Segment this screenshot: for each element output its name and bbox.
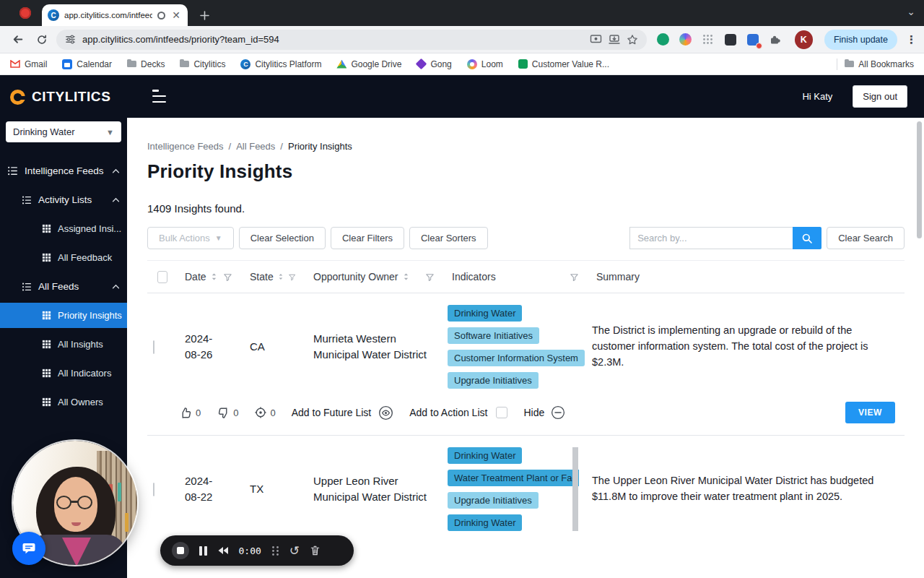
signout-button[interactable]: Sign out (853, 85, 907, 108)
row-checkbox[interactable] (153, 483, 154, 496)
filter-funnel-icon[interactable] (570, 272, 579, 282)
column-header-date[interactable]: Date (180, 271, 245, 282)
target-icon (254, 406, 267, 419)
profile-avatar[interactable]: K (795, 30, 813, 49)
gong-icon (416, 59, 427, 70)
sort-icon[interactable] (211, 272, 217, 281)
search-input[interactable] (629, 227, 793, 249)
sidebar-item-activity-lists[interactable]: Activity Lists (0, 187, 127, 212)
sidebar-item-all-insights[interactable]: All Insights (0, 332, 127, 357)
chrome-menu-kebab-icon[interactable]: ⋮ (906, 33, 917, 46)
table-toolbar: Bulk Actions ▼ Clear Selection Clear Fil… (147, 227, 905, 249)
bookmark-loom[interactable]: Loom (467, 59, 503, 69)
sidebar-item-all-owners[interactable]: All Owners (0, 389, 127, 415)
table-icon (42, 311, 51, 320)
all-bookmarks-button[interactable]: All Bookmarks (845, 59, 914, 69)
recording-timer: 0:00 (239, 545, 261, 556)
sort-icon[interactable] (403, 272, 409, 281)
reload-button[interactable] (32, 30, 52, 50)
bookmark-customer-value[interactable]: Customer Value R... (518, 59, 609, 69)
browser-tab[interactable]: C app.citylitics.com/intfeed... ✕ (42, 4, 188, 26)
upvote-control[interactable]: 0 (179, 406, 201, 420)
finish-update-button[interactable]: Finish update (824, 30, 897, 50)
bookmark-decks-folder[interactable]: Decks (127, 59, 165, 69)
site-settings-icon[interactable] (65, 34, 76, 45)
grid-extension-icon[interactable] (700, 32, 716, 48)
bookmark-citylitics-platform[interactable]: C Citylitics Platform (240, 59, 321, 69)
column-header-summary: Summary (592, 271, 905, 282)
list-icon (22, 282, 32, 292)
new-tab-button[interactable] (199, 10, 210, 21)
sidebar-item-all-feeds[interactable]: All Feeds (0, 274, 127, 299)
back-button[interactable] (7, 30, 27, 50)
sidebar-item-priority-insights[interactable]: Priority Insights (0, 303, 127, 328)
screen-capture-icon[interactable] (590, 34, 602, 45)
page-scrollbar[interactable] (917, 121, 922, 238)
column-header-owner[interactable]: Opportunity Owner (309, 271, 448, 282)
eye-icon (378, 405, 393, 420)
select-all-checkbox[interactable] (157, 271, 167, 283)
grammarly-extension-icon[interactable] (655, 32, 671, 48)
clear-sorters-button[interactable]: Clear Sorters (409, 227, 488, 249)
breadcrumb-all-feeds[interactable]: All Feeds (236, 141, 275, 152)
filter-funnel-icon[interactable] (288, 272, 296, 282)
indicators-scrollbar[interactable] (572, 447, 578, 531)
bookmark-citylitics-folder[interactable]: Citylitics (180, 59, 225, 69)
location-control[interactable]: 0 (254, 406, 275, 419)
breadcrumb-intelligence-feeds[interactable]: Intelligence Feeds (147, 141, 224, 152)
hide-control[interactable]: Hide (523, 405, 565, 420)
bulk-actions-button[interactable]: Bulk Actions ▼ (147, 227, 234, 249)
drag-handle-icon[interactable] (271, 545, 279, 556)
rewind-icon[interactable] (217, 546, 229, 555)
bookmark-gong[interactable]: Gong (417, 59, 451, 69)
filter-funnel-icon[interactable] (425, 272, 435, 282)
row-checkbox[interactable] (153, 340, 154, 354)
extension-badge (756, 43, 762, 49)
app-logo[interactable]: CITYLITICS (0, 75, 127, 115)
citylitics-logo-icon (10, 90, 25, 105)
badged-extension-icon[interactable] (745, 32, 761, 48)
sidebar-item-all-indicators[interactable]: All Indicators (0, 361, 127, 386)
bookmark-google-drive[interactable]: Google Drive (336, 59, 401, 69)
upvote-count: 0 (196, 407, 201, 418)
action-list-checkbox[interactable] (496, 407, 507, 418)
address-bar[interactable]: app.citylitics.com/intfeeds/priority?tea… (56, 30, 647, 50)
extensions-puzzle-icon[interactable] (767, 32, 783, 48)
dark-extension-icon[interactable] (723, 32, 738, 48)
app-root: Hi Katy Sign out CITYLITICS Drinking Wat… (0, 75, 924, 578)
column-header-state[interactable]: State (245, 271, 309, 282)
feed-context-select[interactable]: Drinking Water ▼ (6, 121, 121, 142)
tab-close-icon[interactable]: ✕ (170, 10, 182, 20)
tab-search-chevron-icon[interactable]: ⌄ (907, 6, 915, 17)
stop-recording-button[interactable] (172, 542, 189, 559)
table-icon (42, 368, 51, 378)
sidebar-item-all-feedback[interactable]: All Feedback (0, 245, 127, 270)
restart-recording-icon[interactable]: ↺ (289, 545, 300, 557)
clear-search-button[interactable]: Clear Search (827, 227, 905, 249)
menu-toggle-button[interactable] (152, 90, 167, 103)
view-button[interactable]: VIEW (845, 402, 895, 423)
filter-funnel-icon[interactable] (223, 272, 232, 282)
chat-launcher[interactable] (12, 532, 45, 565)
bookmark-calendar[interactable]: Calendar (62, 59, 112, 69)
sidebar-item-intelligence-feeds[interactable]: Intelligence Feeds (0, 158, 127, 184)
add-to-action-list-control[interactable]: Add to Action List (409, 407, 507, 418)
delete-recording-icon[interactable] (310, 545, 321, 556)
bookmark-star-icon[interactable] (627, 34, 638, 46)
sort-icon[interactable] (278, 272, 284, 281)
clear-selection-button[interactable]: Clear Selection (239, 227, 326, 249)
url-text[interactable]: app.citylitics.com/intfeeds/priority?tea… (82, 34, 583, 45)
chevron-down-icon: ▼ (215, 234, 222, 242)
bookmark-gmail[interactable]: Gmail (10, 59, 47, 69)
clear-filters-button[interactable]: Clear Filters (331, 227, 404, 249)
main-content: Intelligence Feeds / All Feeds / Priorit… (127, 118, 924, 578)
add-to-future-list-control[interactable]: Add to Future List (292, 405, 394, 420)
save-page-icon[interactable] (609, 34, 620, 45)
column-header-indicators[interactable]: Indicators (448, 271, 592, 282)
downvote-control[interactable]: 0 (217, 406, 238, 420)
sidebar-item-assigned-insights[interactable]: Assigned Insi... (0, 216, 127, 241)
browser-toolbar: app.citylitics.com/intfeeds/priority?tea… (0, 26, 924, 53)
pause-recording-button[interactable] (199, 546, 207, 556)
pinwheel-extension-icon[interactable] (678, 32, 694, 48)
search-button[interactable] (793, 227, 821, 249)
